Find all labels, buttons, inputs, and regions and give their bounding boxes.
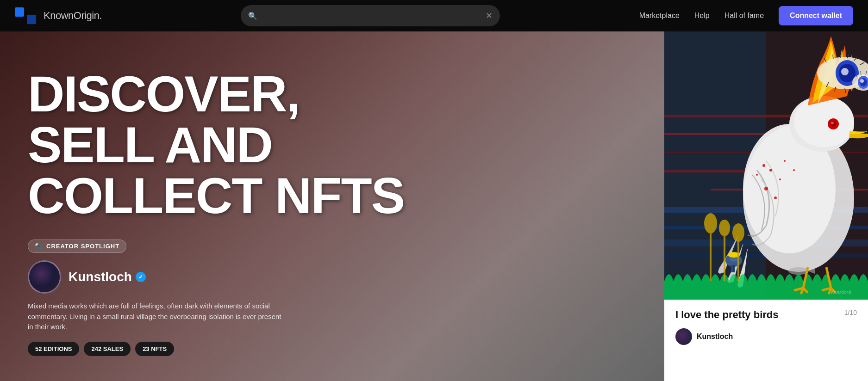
artwork-title-row: I love the pretty birds 1/10 xyxy=(675,309,857,321)
creator-section: 🔦 CREATOR SPOTLIGHT Kunstloch ✓ Mixed me… xyxy=(28,221,637,356)
svg-point-30 xyxy=(769,169,772,172)
nav-marketplace[interactable]: Marketplace xyxy=(639,12,680,20)
svg-point-29 xyxy=(831,122,834,124)
artwork-title: I love the pretty birds xyxy=(675,309,779,321)
spotlight-emoji: 🔦 xyxy=(35,243,43,250)
svg-rect-40 xyxy=(733,265,735,272)
svg-line-65 xyxy=(833,55,833,59)
creator-name-row: Kunstloch ✓ xyxy=(69,270,146,284)
svg-point-26 xyxy=(794,96,854,147)
stat-nfts: 23 NFTS xyxy=(135,342,174,356)
svg-point-51 xyxy=(732,223,744,242)
hero-headline: DISCOVER, SELL AND COLLECT NFTS xyxy=(28,68,637,221)
stat-editions: 52 EDITIONS xyxy=(28,342,79,356)
artwork-creator-name: Kunstloch xyxy=(697,332,733,341)
creator-info: Kunstloch ✓ xyxy=(28,260,637,294)
svg-point-47 xyxy=(704,213,717,234)
hero-section: DISCOVER, SELL AND COLLECT NFTS 🔦 CREATO… xyxy=(0,31,868,381)
artwork-info: I love the pretty birds 1/10 Kunstloch xyxy=(664,300,868,381)
artwork-edition: 1/10 xyxy=(844,309,857,316)
search-icon: 🔍 xyxy=(248,12,257,20)
svg-point-49 xyxy=(719,220,730,236)
spotlight-label: CREATOR SPOTLIGHT xyxy=(46,243,119,250)
hero-left: DISCOVER, SELL AND COLLECT NFTS 🔦 CREATO… xyxy=(0,31,664,381)
logo-dot: . xyxy=(99,10,102,21)
stat-sales: 242 SALES xyxy=(84,342,131,356)
svg-rect-39 xyxy=(731,265,733,272)
nav-hall-of-fame[interactable]: Hall of fame xyxy=(724,12,764,20)
artwork-creator-row[interactable]: Kunstloch xyxy=(675,328,857,345)
logo-icon[interactable] xyxy=(15,7,36,24)
main-nav: Marketplace Help Hall of fame Connect wa… xyxy=(639,6,853,25)
search-bar[interactable]: 🔍 ✕ xyxy=(241,5,500,26)
svg-point-37 xyxy=(762,164,765,167)
creator-avatar[interactable] xyxy=(28,260,61,294)
artwork-image[interactable]: Kunstloch xyxy=(664,31,868,300)
creator-spotlight-badge: 🔦 CREATOR SPOTLIGHT xyxy=(28,240,126,253)
headline-line1: DISCOVER, xyxy=(28,65,300,122)
headline-line2: SELL AND xyxy=(28,116,272,173)
creator-name[interactable]: Kunstloch xyxy=(69,270,132,284)
header-left: KnownOrigin. xyxy=(15,7,102,24)
creator-bio: Mixed media works which are full of feel… xyxy=(28,301,287,332)
search-input[interactable] xyxy=(261,12,482,20)
creator-stats: 52 EDITIONS 242 SALES 23 NFTS xyxy=(28,342,637,356)
verified-icon: ✓ xyxy=(136,272,146,282)
main-header: KnownOrigin. 🔍 ✕ Marketplace Help Hall o… xyxy=(0,0,868,31)
artwork-panel: Kunstloch I love the pretty birds 1/10 K… xyxy=(664,31,868,381)
svg-point-36 xyxy=(793,169,795,171)
svg-point-31 xyxy=(779,178,781,180)
svg-point-78 xyxy=(860,79,864,83)
svg-point-35 xyxy=(756,174,758,176)
svg-text:Kunstloch: Kunstloch xyxy=(831,290,851,295)
logo-name: KnownOrigin xyxy=(44,10,99,21)
headline-line3: COLLECT NFTS xyxy=(28,167,404,224)
artwork-svg: Kunstloch xyxy=(664,31,868,300)
artwork-creator-avatar xyxy=(675,328,692,345)
svg-point-33 xyxy=(784,160,786,162)
nav-help[interactable]: Help xyxy=(694,12,710,20)
creator-name-block: Kunstloch ✓ xyxy=(69,270,146,284)
avatar-image xyxy=(29,262,60,292)
connect-wallet-button[interactable]: Connect wallet xyxy=(779,6,853,25)
svg-point-63 xyxy=(841,68,849,75)
svg-point-32 xyxy=(764,187,768,190)
svg-point-34 xyxy=(774,197,777,199)
search-clear-icon[interactable]: ✕ xyxy=(486,11,493,21)
logo-text: KnownOrigin. xyxy=(44,10,102,22)
